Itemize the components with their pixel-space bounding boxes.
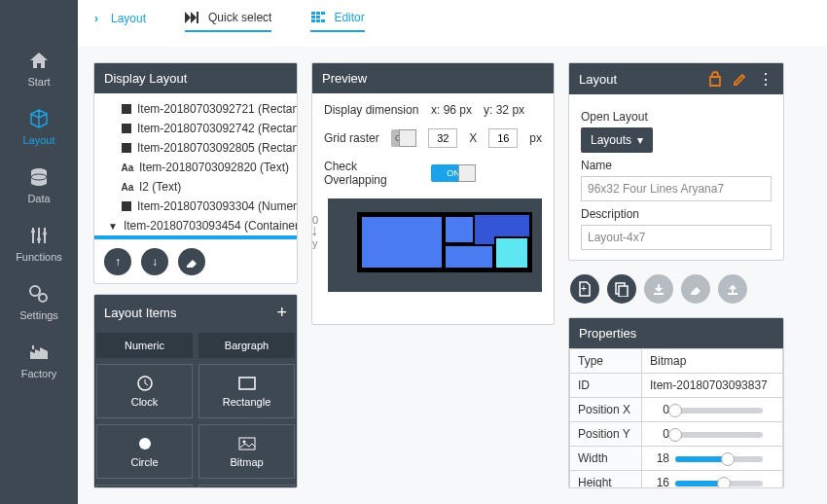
panel-title: Layout (579, 72, 617, 87)
svg-rect-22 (239, 378, 255, 389)
cube-icon (27, 107, 51, 130)
layout-item[interactable]: Bitmap (198, 424, 295, 479)
overlap-toggle[interactable]: ON (431, 164, 476, 182)
desc-input[interactable] (581, 225, 772, 250)
prop-val[interactable]: 16 (642, 471, 783, 489)
layout-item[interactable] (198, 485, 295, 488)
edit-icon[interactable] (733, 71, 748, 87)
svg-point-14 (39, 294, 47, 302)
svg-rect-1 (316, 12, 320, 15)
copy-button[interactable] (607, 274, 636, 304)
prop-slider[interactable] (675, 408, 763, 414)
svg-point-12 (43, 232, 47, 235)
database-icon (27, 165, 51, 189)
erase2-button[interactable] (681, 274, 710, 304)
topnav-label: Editor (334, 11, 364, 24)
svg-rect-18 (122, 201, 131, 211)
sidebar-item-settings[interactable]: Settings (0, 272, 78, 331)
layout-item[interactable]: Bargraph (198, 333, 295, 358)
item-label: Numeric (125, 340, 164, 351)
tree-row[interactable]: ▼Item-20180703093454 (Container) (94, 216, 297, 235)
layout-item[interactable]: Clock (96, 364, 193, 418)
new-button[interactable]: + (570, 274, 599, 304)
tree-label: Item-20180703092742 (Rectangle) (137, 122, 297, 135)
add-item-button[interactable]: + (276, 303, 287, 323)
tree-label: Item-20180703092820 (Text) (139, 161, 289, 174)
grid-a-input[interactable] (428, 128, 457, 148)
layout-item[interactable]: Circle (96, 424, 193, 479)
svg-point-13 (30, 286, 40, 296)
tree-label: Item-20180703093454 (Container) (124, 219, 297, 233)
layout-item[interactable]: Numeric (96, 333, 193, 358)
prop-slider[interactable] (675, 432, 763, 438)
topnav-layout[interactable]: › Layout (88, 12, 146, 31)
prop-val[interactable]: Bitmap (642, 349, 783, 374)
sidebar-item-label: Layout (0, 134, 78, 146)
svg-rect-6 (316, 19, 320, 22)
name-input[interactable] (581, 176, 772, 201)
sidebar-item-start[interactable]: Start (0, 39, 78, 97)
sidebar-item-layout[interactable]: Layout (0, 97, 78, 156)
topnav-quickselect[interactable]: Quick select (185, 11, 271, 32)
tree-row[interactable]: Item-20180703092742 (Rectangle) (94, 119, 297, 138)
download-button[interactable] (644, 274, 673, 304)
upload-button[interactable] (718, 274, 747, 304)
erase-button[interactable] (178, 248, 205, 275)
svg-point-25 (242, 441, 245, 444)
svg-point-23 (139, 438, 151, 450)
move-down-button[interactable]: ↓ (141, 248, 168, 275)
sidebar-item-label: Settings (0, 309, 78, 321)
tree-row[interactable]: Item-20180703092721 (Rectangle) (94, 99, 297, 119)
svg-rect-5 (311, 19, 315, 22)
preview-canvas[interactable] (357, 212, 532, 272)
tree-row[interactable]: AaI2 (Text) (94, 177, 297, 197)
sidebar-item-data[interactable]: Data (0, 156, 78, 214)
prop-key: Position X (570, 398, 642, 422)
fastforward-icon (185, 11, 202, 24)
grid-label: Grid raster (324, 131, 379, 145)
layout-tree: Item-20180703092721 (Rectangle)Item-2018… (94, 93, 297, 239)
prop-row: TypeBitmap (570, 349, 783, 374)
prop-val[interactable]: Item-20180703093837 (642, 374, 783, 398)
prop-slider[interactable] (675, 481, 763, 486)
dim-x: x: 96 px (431, 103, 472, 117)
prop-val[interactable]: 0 (642, 422, 783, 447)
item-icon (136, 375, 154, 392)
layout-item[interactable]: Rectangle (198, 364, 295, 418)
move-up-button[interactable]: ↑ (104, 248, 131, 275)
item-icon (238, 375, 256, 392)
tree-row[interactable]: AaItem-20180703092820 (Text) (94, 158, 297, 177)
lock-icon[interactable] (707, 71, 723, 87)
prop-row: IDItem-20180703093837 (570, 374, 783, 398)
prop-slider[interactable] (675, 456, 763, 462)
svg-rect-16 (122, 124, 131, 133)
sidebar-item-label: Data (0, 193, 78, 204)
panel-title: Preview (322, 71, 367, 86)
tree-label: Item-20180703092721 (Rectangle) (137, 102, 297, 116)
svg-rect-4 (316, 16, 320, 18)
topnav-editor[interactable]: Editor (310, 11, 364, 32)
prop-val[interactable]: 0 (642, 398, 783, 422)
layout-item[interactable] (96, 485, 193, 488)
item-icon (238, 435, 256, 452)
sidebar-item-functions[interactable]: Functions (0, 214, 78, 272)
prop-key: Type (570, 349, 642, 374)
dim-label: Display dimension (324, 103, 419, 117)
menu-icon[interactable]: ⋮ (758, 71, 773, 87)
grid-toggle[interactable]: OFF (391, 129, 417, 147)
chevron-down-icon: ▾ (637, 133, 643, 147)
svg-text:+: + (581, 283, 587, 294)
layouts-dropdown[interactable]: Layouts▾ (581, 127, 653, 153)
tree-row[interactable]: Item-20180703092805 (Rectangle) (94, 138, 297, 158)
factory-icon (27, 341, 51, 364)
svg-rect-3 (311, 16, 315, 18)
grid-b-input[interactable] (488, 128, 518, 148)
item-label: Circle (130, 456, 158, 468)
sidebar-item-factory[interactable]: Factory (0, 331, 78, 389)
prop-key: Height (570, 471, 642, 489)
sidebar-item-label: Functions (0, 251, 78, 263)
tree-row[interactable]: Item-20180703093304 (Numeric) (94, 197, 297, 216)
prop-val[interactable]: 18 (642, 447, 783, 471)
dim-y: y: 32 px (484, 103, 524, 117)
item-label: Rectangle (223, 396, 271, 408)
